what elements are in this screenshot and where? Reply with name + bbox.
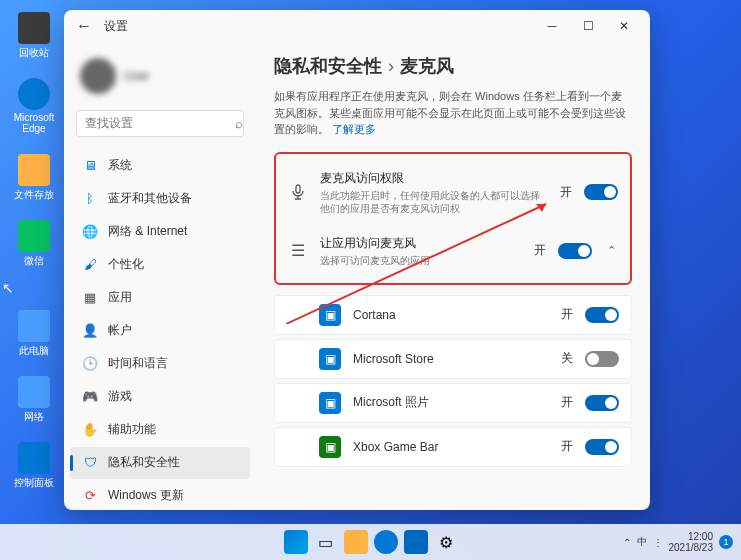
- sidebar-item-label: 辅助功能: [108, 421, 156, 438]
- app-row-3[interactable]: ▣Xbox Game Bar开: [274, 427, 632, 467]
- description: 如果有应用程序正在使用麦克风，则会在 Windows 任务栏上看到一个麦克风图标…: [274, 88, 632, 138]
- mic-access-title: 麦克风访问权限: [320, 170, 548, 187]
- search-box[interactable]: ⌕: [76, 110, 244, 137]
- sidebar-item-8[interactable]: ✋辅助功能: [70, 414, 250, 446]
- wifi-icon[interactable]: ⋮: [653, 537, 663, 548]
- breadcrumb-current: 麦克风: [400, 56, 454, 76]
- mic-access-state: 开: [560, 184, 572, 201]
- app-state: 开: [561, 438, 573, 455]
- ime-indicator[interactable]: 中: [637, 535, 647, 549]
- nav-icon: ᛒ: [82, 191, 98, 207]
- app-access-sub: 选择可访问麦克风的应用: [320, 254, 522, 267]
- app-toggle[interactable]: [585, 351, 619, 367]
- app-toggle[interactable]: [585, 395, 619, 411]
- mic-access-sub: 当此功能开启时，任何使用此设备的人都可以选择他们的应用是否有麦克风访问权: [320, 189, 548, 215]
- desktop-icon-folder[interactable]: 文件存放: [8, 154, 60, 202]
- store-button[interactable]: [404, 530, 428, 554]
- sidebar-item-label: 时间和语言: [108, 355, 168, 372]
- breadcrumb-parent[interactable]: 隐私和安全性: [274, 56, 382, 76]
- sidebar-item-6[interactable]: 🕒时间和语言: [70, 348, 250, 380]
- app-state: 开: [561, 306, 573, 323]
- app-icon: ▣: [319, 436, 341, 458]
- sidebar-item-label: 游戏: [108, 388, 132, 405]
- desktop-icon-wechat[interactable]: 微信: [8, 220, 60, 268]
- app-access-state: 开: [534, 242, 546, 259]
- nav-icon: 🕒: [82, 356, 98, 372]
- window-title: 设置: [104, 18, 128, 35]
- app-access-title: 让应用访问麦克风: [320, 235, 522, 252]
- sidebar-item-label: 隐私和安全性: [108, 454, 180, 471]
- app-access-toggle[interactable]: [558, 243, 592, 259]
- app-row-1[interactable]: ▣Microsoft Store关: [274, 339, 632, 379]
- list-icon: ☰: [288, 241, 308, 261]
- desktop-icon-recycle[interactable]: 回收站: [8, 12, 60, 60]
- search-input[interactable]: [85, 116, 235, 130]
- sidebar-item-label: 系统: [108, 157, 132, 174]
- app-icon: ▣: [319, 304, 341, 326]
- sidebar-item-4[interactable]: ▦应用: [70, 282, 250, 314]
- app-toggle[interactable]: [585, 439, 619, 455]
- app-row-2[interactable]: ▣Microsoft 照片开: [274, 383, 632, 423]
- tray-chevron-icon[interactable]: ⌃: [623, 537, 631, 548]
- sidebar-item-3[interactable]: 🖌个性化: [70, 249, 250, 281]
- desktop-icon-controlpanel[interactable]: 控制面板: [8, 442, 60, 490]
- app-name: Xbox Game Bar: [353, 440, 549, 454]
- sidebar-item-5[interactable]: 👤帐户: [70, 315, 250, 347]
- nav-icon: ⟳: [82, 488, 98, 502]
- back-button[interactable]: ←: [72, 14, 96, 38]
- sidebar: User ⌕ 🖥系统ᛒ蓝牙和其他设备🌐网络 & Internet🖌个性化▦应用👤…: [64, 42, 256, 510]
- sidebar-item-1[interactable]: ᛒ蓝牙和其他设备: [70, 183, 250, 215]
- content-pane: 隐私和安全性›麦克风 如果有应用程序正在使用麦克风，则会在 Windows 任务…: [256, 42, 650, 510]
- sidebar-item-label: Windows 更新: [108, 487, 184, 502]
- sidebar-item-2[interactable]: 🌐网络 & Internet: [70, 216, 250, 248]
- close-button[interactable]: ✕: [606, 12, 642, 40]
- mic-access-row[interactable]: 麦克风访问权限 当此功能开启时，任何使用此设备的人都可以选择他们的应用是否有麦克…: [276, 160, 630, 225]
- sidebar-item-10[interactable]: ⟳Windows 更新: [70, 480, 250, 502]
- desktop-icon-thispc[interactable]: 此电脑: [8, 310, 60, 358]
- nav-icon: 🌐: [82, 224, 98, 240]
- nav-icon: ▦: [82, 290, 98, 306]
- nav-icon: 👤: [82, 323, 98, 339]
- maximize-button[interactable]: ☐: [570, 12, 606, 40]
- nav-icon: 🎮: [82, 389, 98, 405]
- taskview-button[interactable]: ▭: [314, 530, 338, 554]
- sidebar-item-0[interactable]: 🖥系统: [70, 150, 250, 182]
- app-name: Microsoft 照片: [353, 394, 549, 411]
- chevron-up-icon[interactable]: ⌃: [604, 244, 618, 257]
- sidebar-item-label: 网络 & Internet: [108, 223, 187, 240]
- nav-icon: 🖌: [82, 257, 98, 273]
- desktop-icon-edge[interactable]: Microsoft Edge: [8, 78, 60, 134]
- settings-taskbar-button[interactable]: ⚙: [434, 530, 458, 554]
- sidebar-item-7[interactable]: 🎮游戏: [70, 381, 250, 413]
- explorer-button[interactable]: [344, 530, 368, 554]
- avatar: [80, 58, 116, 94]
- clock[interactable]: 12:00 2021/8/23: [669, 531, 714, 553]
- desktop-icon-network[interactable]: 网络: [8, 376, 60, 424]
- minimize-button[interactable]: ─: [534, 12, 570, 40]
- start-button[interactable]: [284, 530, 308, 554]
- nav-icon: ✋: [82, 422, 98, 438]
- tray: ⌃ 中 ⋮ 12:00 2021/8/23 1: [623, 531, 734, 553]
- learn-more-link[interactable]: 了解更多: [332, 123, 376, 135]
- breadcrumb: 隐私和安全性›麦克风: [274, 54, 632, 78]
- app-name: Microsoft Store: [353, 352, 549, 366]
- app-toggle[interactable]: [585, 307, 619, 323]
- sidebar-item-9[interactable]: 🛡隐私和安全性: [70, 447, 250, 479]
- nav-icon: 🖥: [82, 158, 98, 174]
- taskbar: ▭ ⚙ ⌃ 中 ⋮ 12:00 2021/8/23 1: [0, 524, 741, 560]
- user-info: User: [124, 69, 149, 83]
- app-access-row[interactable]: ☰ 让应用访问麦克风 选择可访问麦克风的应用 开 ⌃: [276, 225, 630, 277]
- notification-badge[interactable]: 1: [719, 535, 733, 549]
- svg-rect-0: [296, 185, 300, 193]
- mic-icon: [288, 182, 308, 202]
- mic-access-toggle[interactable]: [584, 184, 618, 200]
- sidebar-item-label: 帐户: [108, 322, 132, 339]
- app-icon: ▣: [319, 348, 341, 370]
- edge-taskbar-button[interactable]: [374, 530, 398, 554]
- app-list: ▣Cortana开▣Microsoft Store关▣Microsoft 照片开…: [274, 295, 632, 467]
- sidebar-item-label: 个性化: [108, 256, 144, 273]
- titlebar: ← 设置 ─ ☐ ✕: [64, 10, 650, 42]
- app-row-0[interactable]: ▣Cortana开: [274, 295, 632, 335]
- user-section[interactable]: User: [64, 50, 256, 106]
- app-state: 开: [561, 394, 573, 411]
